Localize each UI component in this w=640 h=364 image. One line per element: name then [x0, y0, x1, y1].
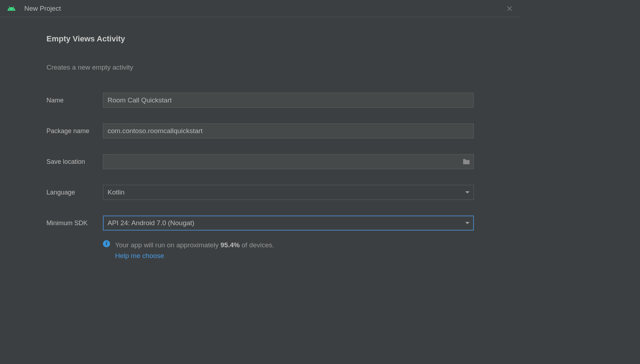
- device-coverage-text: Your app will run on approximately 95.4%…: [115, 239, 274, 251]
- close-icon[interactable]: [505, 4, 515, 14]
- page-subtitle: Creates a new empty activity: [46, 64, 474, 71]
- package-label: Package name: [46, 127, 103, 135]
- minsdk-select[interactable]: API 24: Android 7.0 (Nougat): [103, 216, 474, 231]
- minsdk-label: Minimum SDK: [46, 219, 103, 227]
- android-icon: [7, 4, 16, 13]
- form-row-name: Name: [46, 93, 474, 108]
- help-me-choose-link[interactable]: Help me choose: [115, 252, 164, 260]
- info-icon: i: [103, 240, 110, 247]
- form-row-savelocation: Save location: [46, 154, 474, 169]
- form-row-language: Language Kotlin: [46, 185, 474, 200]
- language-select[interactable]: Kotlin: [103, 185, 474, 200]
- name-label: Name: [46, 97, 103, 104]
- titlebar: New Project: [0, 0, 520, 17]
- info-row: i Your app will run on approximately 95.…: [103, 239, 474, 260]
- name-input[interactable]: [103, 93, 474, 108]
- content-area: Empty Views Activity Creates a new empty…: [0, 17, 520, 260]
- window-title: New Project: [24, 5, 505, 12]
- language-label: Language: [46, 189, 103, 196]
- minsdk-select-value: API 24: Android 7.0 (Nougat): [108, 219, 194, 227]
- form-row-minsdk: Minimum SDK API 24: Android 7.0 (Nougat): [46, 216, 474, 231]
- page-title: Empty Views Activity: [46, 34, 474, 44]
- folder-icon[interactable]: [462, 158, 470, 165]
- savelocation-label: Save location: [46, 158, 103, 166]
- language-select-value: Kotlin: [108, 188, 125, 196]
- package-input[interactable]: [103, 123, 474, 138]
- form-row-package: Package name: [46, 123, 474, 138]
- savelocation-input[interactable]: [103, 154, 474, 169]
